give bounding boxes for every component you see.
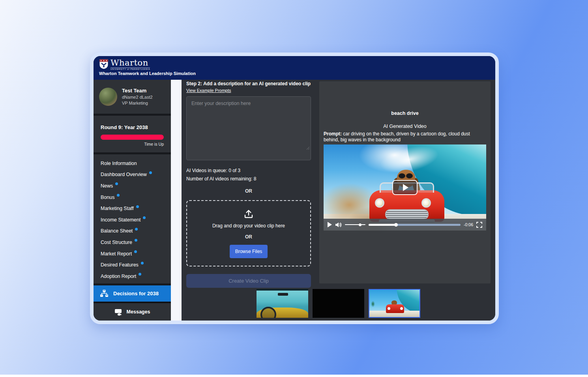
dropzone-instruction: Drag and drop your video clip here (212, 223, 285, 229)
volume-slider[interactable] (345, 224, 365, 225)
decisions-label: Decisions for 2038 (113, 291, 159, 296)
volume-knob[interactable] (359, 223, 361, 226)
app-title: Wharton Teamwork and Leadership Simulati… (99, 71, 495, 76)
team-member-name: dName2 dLast2 (122, 95, 153, 99)
round-time-status: Time is Up (101, 142, 164, 146)
nav-label: Cost Structure (101, 240, 132, 245)
seek-bar[interactable] (369, 224, 461, 226)
video-title: beach drive (319, 111, 491, 116)
nav-label: News (101, 183, 113, 189)
sidebar-item-income-statement[interactable]: Income Statement (101, 214, 171, 225)
play-overlay-button[interactable] (392, 180, 418, 195)
thumb-rearview-mirror (278, 293, 288, 296)
unread-badge-dot (135, 228, 138, 231)
video-thumbnail-strip (182, 289, 495, 318)
nav-label: Adoption Report (101, 274, 136, 279)
unread-badge-dot (136, 205, 139, 208)
video-subtitle: AI Generated Video (319, 124, 491, 129)
description-input[interactable] (186, 96, 311, 160)
nav-label: Market Report (101, 251, 132, 257)
sidebar: Test Team dName2 dLast2 VP Marketing Rou… (94, 80, 171, 321)
play-icon (403, 184, 408, 191)
seek-fill (369, 224, 396, 226)
browse-files-button[interactable]: Browse Files (230, 245, 268, 258)
fullscreen-icon[interactable] (476, 222, 482, 228)
messages-button[interactable]: Messages (94, 303, 171, 321)
unread-badge-dot (149, 171, 152, 174)
nav-label: Desired Features (101, 262, 139, 268)
prompt-text: car driving on the beach, driven by a ca… (324, 131, 470, 143)
thumb-black-frame (313, 289, 364, 318)
sidebar-item-balance-sheet[interactable]: Balance Sheet (101, 225, 171, 237)
remaining-status: Number of AI videos remaining: 8 (186, 176, 311, 182)
view-example-prompts-link[interactable]: View Example Prompts (186, 88, 231, 93)
sidebar-item-dashboard-overview[interactable]: Dashboard Overview (101, 169, 171, 180)
unread-badge-dot (134, 250, 137, 253)
app-header: Wharton UNIVERSITY of PENNSYLVANIA Whart… (94, 56, 495, 80)
queue-status: AI Videos in queue: 0 of 3 (186, 168, 311, 173)
unread-badge-dot (143, 216, 146, 219)
seek-knob[interactable] (394, 223, 398, 227)
video-frame-headlight (375, 198, 384, 208)
sidebar-item-role-information[interactable]: Role Information (101, 158, 171, 169)
brand-name: Wharton (110, 59, 150, 67)
main-content: Step 2: Add a description for an AI gene… (182, 80, 495, 321)
sidebar-item-bonus[interactable]: Bonus (101, 191, 171, 203)
brand-subtitle: UNIVERSITY of PENNSYLVANIA (110, 68, 150, 70)
sidebar-item-desired-features[interactable]: Desired Features (101, 259, 171, 271)
or-divider: OR (186, 188, 311, 194)
nav-label: Role Information (101, 161, 137, 166)
dropzone-or: OR (245, 234, 252, 240)
step-title: Step 2: Add a description for an AI gene… (186, 81, 311, 86)
unread-badge-dot (135, 239, 137, 242)
messages-label: Messages (127, 309, 150, 315)
create-video-clip-button[interactable]: Create Video Clip (186, 274, 311, 288)
video-creation-panel: Step 2: Add a description for an AI gene… (186, 81, 311, 288)
speech-bubbles-icon (114, 308, 123, 316)
team-info: Test Team dName2 dLast2 VP Marketing (94, 80, 171, 114)
sidebar-item-decisions-active[interactable]: ? Decisions for 2038 (94, 285, 171, 302)
unread-badge-dot (141, 262, 144, 264)
team-avatar (99, 88, 117, 106)
round-title: Round 9: Year 2038 (101, 124, 164, 130)
unread-badge-dot (117, 194, 120, 197)
video-dropzone[interactable]: Drag and drop your video clip here OR Br… (186, 200, 311, 266)
video-frame-headlight (421, 198, 431, 208)
play-button[interactable] (328, 222, 332, 227)
nav-label: Dashboard Overview (101, 172, 147, 177)
bottom-white-strip (0, 375, 588, 377)
thumbnail-beach-drive-clip-selected[interactable] (369, 289, 420, 318)
sidebar-item-adoption-report[interactable]: Adoption Report (101, 270, 171, 282)
time-remaining: -0:06 (464, 222, 473, 227)
thumb-headlight (400, 307, 403, 310)
sidebar-nav: Role Information Dashboard Overview News… (94, 154, 171, 283)
round-progress-track (101, 135, 164, 140)
video-frame-grille (385, 209, 429, 219)
prompt-label: Prompt: (324, 131, 342, 137)
nav-label: Bonus (101, 195, 114, 200)
round-status: Round 9: Year 2038 Time is Up (94, 116, 171, 153)
volume-icon[interactable] (335, 222, 342, 228)
resize-grip-icon[interactable] (306, 146, 310, 150)
org-chart-icon: ? (100, 289, 109, 298)
thumb-palm (371, 301, 375, 307)
unread-badge-dot (139, 273, 141, 276)
thumb-headlight (388, 307, 390, 310)
video-controls-bar: -0:06 (324, 219, 486, 231)
sidebar-main-gutter (171, 80, 182, 321)
sidebar-item-news[interactable]: News (101, 180, 171, 192)
thumbnail-dashboard-clip[interactable] (257, 289, 308, 318)
video-player[interactable]: -0:06 (324, 144, 486, 231)
video-frame-dog-sunglasses (399, 173, 414, 178)
nav-label: Balance Sheet (101, 228, 133, 234)
team-role: VP Marketing (122, 101, 153, 105)
sidebar-item-marketing-staff[interactable]: Marketing Staff (101, 203, 171, 214)
unread-badge-dot (115, 182, 118, 185)
sidebar-item-cost-structure[interactable]: Cost Structure (101, 237, 171, 248)
team-name: Test Team (122, 88, 153, 94)
round-progress-fill (101, 135, 164, 140)
upload-icon (243, 209, 254, 218)
sidebar-item-market-report[interactable]: Market Report (101, 248, 171, 259)
thumbnail-black-clip[interactable] (313, 289, 364, 318)
app-window: Wharton UNIVERSITY of PENNSYLVANIA Whart… (90, 53, 499, 324)
